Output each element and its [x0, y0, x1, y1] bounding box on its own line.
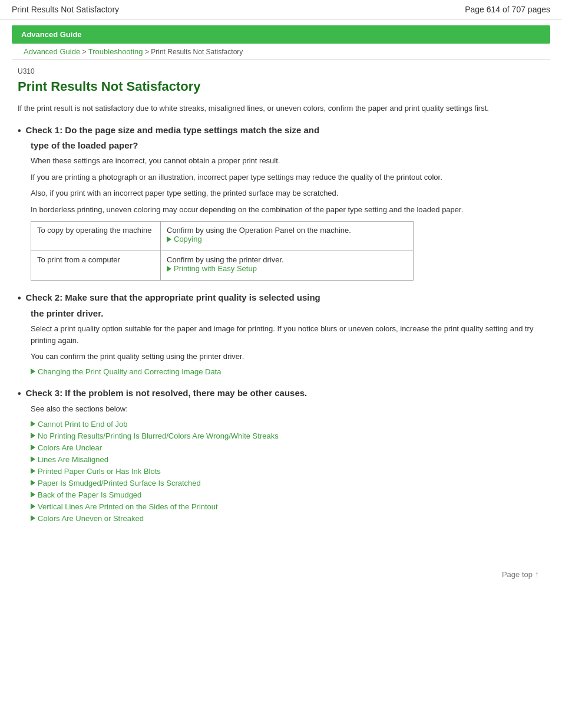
arrow-icon-9	[31, 515, 35, 521]
table-cell-row1-col1: To copy by operating the machine	[31, 222, 161, 251]
arrow-icon-7	[31, 492, 35, 498]
arrow-icon-5	[31, 468, 35, 474]
arrow-icon-6	[31, 480, 35, 486]
check-2-heading-text: Check 2: Make sure that the appropriate …	[26, 292, 320, 302]
paper-curls-link[interactable]: Printed Paper Curls or Has Ink Blots	[38, 467, 161, 476]
page-code: U310	[18, 67, 544, 75]
paper-smudged-link[interactable]: Paper Is Smudged/Printed Surface Is Scra…	[38, 479, 201, 487]
intro-text: If the print result is not satisfactory …	[18, 103, 544, 114]
check-3-heading: • Check 3: If the problem is not resolve…	[18, 388, 544, 400]
bullet-3: •	[18, 388, 21, 400]
arrow-icon-copying	[167, 236, 171, 242]
table-cell-row2-col1: To print from a computer	[31, 251, 161, 281]
check-3-heading-text: Check 3: If the problem is not resolved,…	[26, 388, 308, 398]
breadcrumb-troubleshooting[interactable]: Troubleshooting	[88, 47, 143, 56]
link-cannot-print: Cannot Print to End of Job	[31, 420, 544, 429]
check-3-intro: See also the sections below:	[31, 403, 544, 415]
back-smudged-link[interactable]: Back of the Paper Is Smudged	[38, 490, 141, 499]
bullet-1: •	[18, 125, 21, 137]
nav-banner-label: Advanced Guide	[21, 30, 82, 39]
print-quality-link[interactable]: Changing the Print Quality and Correctin…	[38, 367, 221, 376]
page-number: Page 614 of 707 pages	[465, 5, 550, 14]
up-arrow-icon: ↑	[535, 570, 538, 578]
check-3-body: See also the sections below: Cannot Prin…	[31, 403, 544, 523]
check-1-table: To copy by operating the machine Confirm…	[31, 221, 414, 281]
colors-uneven-link[interactable]: Colors Are Uneven or Streaked	[38, 514, 144, 523]
no-printing-link[interactable]: No Printing Results/Printing Is Blurred/…	[38, 431, 279, 440]
page-top-label: Page top	[502, 570, 533, 579]
check-1-heading-text: Check 1: Do the page size and media type…	[26, 125, 319, 135]
vertical-lines-link[interactable]: Vertical Lines Are Printed on the Sides …	[38, 502, 218, 511]
check-1: • Check 1: Do the page size and media ty…	[18, 125, 544, 281]
printing-easy-setup-link[interactable]: Printing with Easy Setup	[174, 264, 257, 273]
table-cell-row1-col2: Confirm by using the Operation Panel on …	[161, 222, 414, 251]
breadcrumb: Advanced Guide > Troubleshooting > Print…	[12, 44, 550, 60]
link-paper-curls: Printed Paper Curls or Has Ink Blots	[31, 467, 544, 476]
check-1-para-3: Also, if you print with an incorrect pap…	[31, 187, 544, 199]
colors-unclear-link[interactable]: Colors Are Unclear	[38, 443, 102, 452]
cannot-print-link[interactable]: Cannot Print to End of Job	[38, 420, 127, 429]
check-3: • Check 3: If the problem is not resolve…	[18, 388, 544, 523]
check-1-heading: • Check 1: Do the page size and media ty…	[18, 125, 544, 137]
arrow-icon-3	[31, 444, 35, 450]
link-vertical-lines: Vertical Lines Are Printed on the Sides …	[31, 502, 544, 511]
arrow-icon-1	[31, 421, 35, 427]
page-top-link[interactable]: Page top ↑	[502, 570, 538, 579]
copying-link-line: Copying	[167, 235, 407, 243]
arrow-icon-quality	[31, 368, 35, 374]
main-content: U310 Print Results Not Satisfactory If t…	[0, 60, 562, 552]
check-2: • Check 2: Make sure that the appropriat…	[18, 292, 544, 375]
check-2-subheading: the printer driver.	[31, 308, 544, 318]
link-lines-misaligned: Lines Are Misaligned	[31, 455, 544, 464]
check-1-subheading: type of the loaded paper?	[31, 140, 544, 150]
link-paper-smudged: Paper Is Smudged/Printed Surface Is Scra…	[31, 479, 544, 487]
arrow-icon-printing	[167, 266, 171, 272]
check-1-para-2: If you are printing a photograph or an i…	[31, 172, 544, 183]
printing-link-line: Printing with Easy Setup	[167, 264, 407, 273]
page-top-area: Page top ↑	[0, 552, 562, 585]
page-title: Print Results Not Satisfactory	[12, 5, 119, 14]
nav-banner: Advanced Guide	[12, 25, 550, 44]
check-1-para-4: In borderless printing, uneven coloring …	[31, 204, 544, 216]
table-row: To copy by operating the machine Confirm…	[31, 222, 414, 251]
check-1-body: When these settings are incorrect, you c…	[31, 155, 544, 281]
check-2-para-2: You can confirm the print quality settin…	[31, 351, 544, 363]
link-colors-unclear: Colors Are Unclear	[31, 443, 544, 452]
link-back-smudged: Back of the Paper Is Smudged	[31, 490, 544, 499]
check-2-body: Select a print quality option suitable f…	[31, 323, 544, 376]
arrow-icon-8	[31, 503, 35, 509]
table-row: To print from a computer Confirm by usin…	[31, 251, 414, 281]
header: Print Results Not Satisfactory Page 614 …	[0, 0, 562, 19]
check-2-para-1: Select a print quality option suitable f…	[31, 323, 544, 346]
breadcrumb-advanced-guide[interactable]: Advanced Guide	[24, 47, 80, 56]
link-colors-uneven: Colors Are Uneven or Streaked	[31, 514, 544, 523]
arrow-icon-2	[31, 433, 35, 439]
main-title: Print Results Not Satisfactory	[18, 79, 544, 94]
arrow-icon-4	[31, 456, 35, 462]
check-1-para-1: When these settings are incorrect, you c…	[31, 155, 544, 167]
print-quality-link-line: Changing the Print Quality and Correctin…	[31, 367, 544, 376]
bullet-2: •	[18, 292, 21, 305]
copying-link[interactable]: Copying	[174, 235, 202, 243]
table-cell-row2-col2: Confirm by using the printer driver. Pri…	[161, 251, 414, 281]
lines-misaligned-link[interactable]: Lines Are Misaligned	[38, 455, 108, 464]
check-2-heading: • Check 2: Make sure that the appropriat…	[18, 292, 544, 305]
link-no-printing: No Printing Results/Printing Is Blurred/…	[31, 431, 544, 440]
